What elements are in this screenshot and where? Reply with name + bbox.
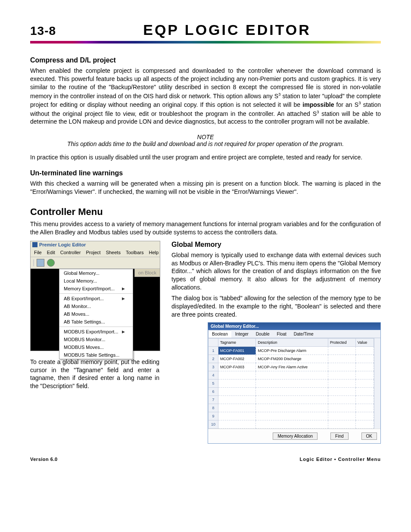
menu-file[interactable]: File [31,249,44,256]
para-globalmem-2: The dialog box is "tabbed" allowing for … [171,294,381,319]
menu-edit[interactable]: Edit [44,249,58,256]
table-row[interactable]: 9 [209,412,374,420]
toolbar-icon-1[interactable] [37,259,44,267]
on-block-button[interactable]: on Block [134,269,160,277]
table-row[interactable]: 8 [209,404,374,412]
gme-tabs: Boolean Integer Double Float Date/Time [208,330,380,338]
col-value: Value [355,338,374,346]
para-unterm-1: With this checked a warning will be gene… [30,180,381,196]
gme-grid: Tagname Description Protected Value 1MCO… [208,338,374,429]
para-controller-1: This menu provides access to a variety o… [30,220,381,236]
tab-double[interactable]: Double [252,330,274,338]
menu-memory-export-import[interactable]: Memory Export/Import...▶ [59,285,133,292]
note-body: This option adds time to the build and d… [30,140,381,147]
submenu-arrow-icon: ▶ [122,296,125,301]
table-row[interactable]: 3MCOP-FA003MCOP-Any Fire Alarm Active [209,363,374,371]
col-protected: Protected [328,338,355,346]
tab-datetime[interactable]: Date/Time [290,330,318,338]
menu-ab-moves[interactable]: AB Moves... [59,310,133,318]
submenu-arrow-icon: ▶ [122,330,125,334]
col-description: Description [256,338,328,346]
footer-version: Version 6.0 [30,457,58,462]
tab-integer[interactable]: Integer [231,330,252,338]
menu-project[interactable]: Project [83,249,103,256]
tab-boolean[interactable]: Boolean [208,330,232,338]
gme-titlebar: Global Memory Editor... [208,323,380,330]
heading-unterm: Un-terminated line warnings [30,169,381,177]
para-compress-2: In practice this option is usually disab… [30,153,381,162]
menu-help[interactable]: Help [146,249,161,256]
menu-separator [59,293,133,294]
table-row[interactable]: 5 [209,379,374,387]
find-button[interactable]: Find [330,432,348,440]
page-number: 13-8 [30,24,56,38]
col-rownum [209,338,218,346]
menu-ab-table-settings[interactable]: AB Table Settings... [59,318,133,326]
menu-sheets[interactable]: Sheets [103,249,123,256]
para-globalmem-1: Global memory is typically used to excha… [171,251,381,292]
tab-float[interactable]: Float [273,330,290,338]
premier-logic-editor-window: Premier Logic Editor File Edit Controlle… [30,241,160,351]
controller-dropdown: Global Memory... Local Memory... Memory … [59,269,133,359]
menu-ab-monitor[interactable]: AB Monitor... [59,302,133,310]
app-icon [32,242,37,247]
menu-modbus-table-settings[interactable]: MODBUS Table Settings... [59,351,133,359]
menu-toolbars[interactable]: Toolbars [123,249,146,256]
menu-global-memory[interactable]: Global Memory... [59,269,133,277]
memory-allocation-button[interactable]: Memory Allocation [273,432,318,440]
heading-controller: Controller Menu [30,206,381,218]
ple-titlebar: Premier Logic Editor [31,241,160,248]
menu-modbus-export-import[interactable]: MODBUS Export/Import...▶ [59,328,133,336]
header-color-bar [30,41,381,44]
gme-footer: Memory Allocation Find OK [208,429,380,443]
table-row[interactable]: 2MCOP-FA002MCOP-FM200 Discharge [209,355,374,363]
ok-button[interactable]: OK [361,432,377,440]
ple-menubar: File Edit Controller Project Sheets Tool… [31,248,160,257]
menu-ab-export-import[interactable]: AB Export/Import...▶ [59,295,133,302]
ple-toolbar [31,257,160,269]
table-row[interactable]: 6 [209,387,374,395]
menu-modbus-monitor[interactable]: MODBUS Monitor... [59,336,133,343]
menu-separator [59,327,133,327]
ple-title-text: Premier Logic Editor [39,242,86,247]
heading-global-memory: Global Memory [171,241,381,249]
col-tagname: Tagname [218,338,256,346]
para-compress-1: When enabled the complete project is com… [30,67,381,126]
footer-path: Logic Editor • Controller Menu [300,457,381,462]
ple-canvas: on Block Global Memory... Local Memory..… [31,269,160,351]
table-row[interactable]: 4 [209,371,374,379]
menu-modbus-moves[interactable]: MODBUS Moves... [59,343,133,351]
global-memory-editor-window: Global Memory Editor... Boolean Integer … [208,322,381,444]
scrollbar[interactable] [374,338,380,429]
submenu-arrow-icon: ▶ [122,286,125,291]
note-title: NOTE [30,134,381,140]
table-row[interactable]: 1MCOP-FA001MCOP-Pre Discharge Alarm [209,346,374,355]
table-row[interactable]: 10 [209,420,374,428]
toolbar-separator [33,259,34,266]
toolbar-icon-2[interactable] [47,259,55,267]
menu-local-memory[interactable]: Local Memory... [59,277,133,285]
page-title: EQP Logic Editor [73,22,381,38]
heading-compress: Compress and D/L project [30,56,381,64]
para-globalmem-3: To create a global memory point, put the… [30,358,159,391]
menu-controller[interactable]: Controller [58,249,84,256]
table-row[interactable]: 7 [209,395,374,404]
